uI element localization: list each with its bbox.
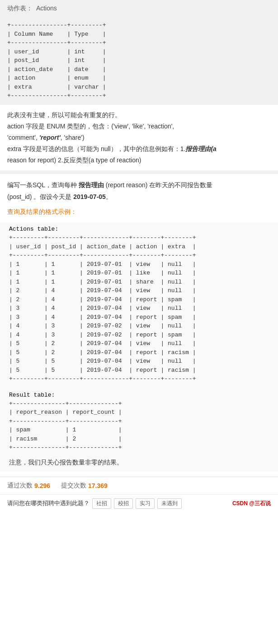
result-table-label: Result table: xyxy=(9,392,271,398)
submit-value: 17.369 xyxy=(88,482,108,489)
desc-bold-italic: 报告理由(a xyxy=(185,145,216,152)
desc-report-bold: 'report' xyxy=(39,134,61,141)
q-end: 。 xyxy=(106,193,112,200)
example-label-text: 查询及结果的格式示例： xyxy=(7,206,271,218)
footer-question-text: 请问您在哪类招聘中遇到此题？ xyxy=(7,499,90,507)
note-box: 注意，我们只关心报告数量非零的结果。 xyxy=(0,457,278,471)
description-box: 此表没有主键，所以可能会有重复的行。 action 字段是 ENUM 类型的，包… xyxy=(0,105,278,171)
spacer xyxy=(0,471,278,477)
q-post: (post_id) 。假设今天是 xyxy=(7,193,73,200)
example-label-span: 查询及结果的格式示例： xyxy=(7,208,77,215)
actions-table-code: +---------+---------+-------------+-----… xyxy=(9,233,271,384)
desc-line3b: reason for report) 2.反应类型(a type of reac… xyxy=(7,155,271,166)
q-pre: 编写一条SQL，查询每种 xyxy=(7,181,79,189)
csdn-logo: CSDN @三石说 xyxy=(232,500,271,507)
tag-weiyudao[interactable]: 未遇到 xyxy=(157,498,182,509)
tag-shixi[interactable]: 实习 xyxy=(136,498,155,509)
footer-question: 请问您在哪类招聘中遇到此题？ 社招 校招 实习 未遇到 CSDN @三石说 xyxy=(0,494,278,512)
desc-line2-post-rest: , 'share') xyxy=(61,134,85,141)
pass-label: 通过次数 xyxy=(7,482,33,490)
desc-line3-post: reason for report) 2.反应类型(a type of reac… xyxy=(7,156,141,164)
desc-line2-pre: action 字段是 ENUM 类型的，包含：('view', 'like', … xyxy=(7,123,174,130)
q-mid: (report reason) 在昨天的不同报告数量 xyxy=(104,181,212,189)
q-highlight: 报告理由 xyxy=(79,181,104,189)
pass-value: 9.296 xyxy=(34,482,50,489)
desc-line1: 此表没有主键，所以可能会有重复的行。 xyxy=(7,109,271,121)
question-box: 编写一条SQL，查询每种 报告理由 (report reason) 在昨天的不同… xyxy=(0,174,278,222)
example-box: Actions table: +---------+---------+----… xyxy=(0,222,278,388)
submit-label: 提交次数 xyxy=(61,482,86,490)
main-container: 动作表： Actions +----------------+---------… xyxy=(0,0,278,644)
schema-box: +----------------+---------+ | Column Na… xyxy=(0,19,278,105)
table-label: 动作表： Actions xyxy=(7,5,271,13)
desc-line2: action 字段是 ENUM 类型的，包含：('view', 'like', … xyxy=(7,121,271,132)
question-text: 编写一条SQL，查询每种 报告理由 (report reason) 在昨天的不同… xyxy=(7,180,271,202)
desc-line3-pre: extra 字段是可选的信息（可能为 null），其中的信息例如有：1. xyxy=(7,145,185,152)
section-header: 动作表： Actions xyxy=(0,0,278,19)
desc-line2b: 'comment', 'report', 'share') xyxy=(7,132,271,143)
divider xyxy=(0,170,278,174)
desc-line2-post-pre: 'comment', xyxy=(7,134,39,141)
submit-stat: 提交次数 17.369 xyxy=(61,482,108,490)
result-table-code: +---------------+--------------+ | repor… xyxy=(9,399,271,452)
desc-line3: extra 字段是可选的信息（可能为 null），其中的信息例如有：1.报告理由… xyxy=(7,143,271,155)
table-name-text: Actions xyxy=(36,5,57,12)
footer-stats: 通过次数 9.296 提交次数 17.369 xyxy=(0,477,278,494)
q-date: 2019-07-05 xyxy=(73,193,106,200)
actions-table-label: Actions table: xyxy=(9,226,271,232)
result-box: Result table: +---------------+---------… xyxy=(0,388,278,457)
note-text: 注意，我们只关心报告数量非零的结果。 xyxy=(9,459,123,466)
tag-shezao[interactable]: 社招 xyxy=(92,498,111,509)
table-label-text: 动作表： xyxy=(7,5,33,12)
schema-code: +----------------+---------+ | Column Na… xyxy=(7,21,271,100)
tag-xiaozao[interactable]: 校招 xyxy=(114,498,133,509)
pass-stat: 通过次数 9.296 xyxy=(7,482,50,490)
